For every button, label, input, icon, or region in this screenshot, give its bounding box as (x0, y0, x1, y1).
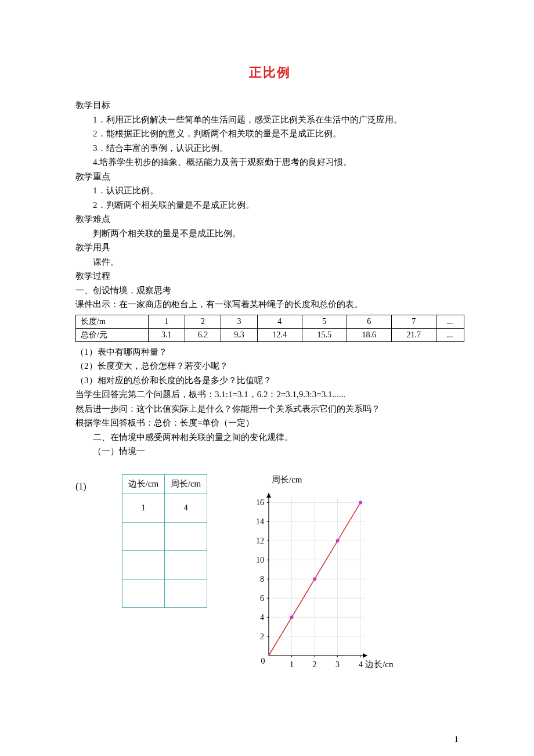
svg-text:2: 2 (313, 660, 317, 669)
part2-sub: （一）情境一 (75, 445, 464, 458)
svg-text:16: 16 (256, 498, 264, 507)
svg-text:周长/cm: 周长/cm (272, 475, 302, 484)
svg-text:边长/cm: 边长/cm (365, 660, 393, 669)
price-table: 长度/m 1 2 3 4 5 6 7 ... 总价/元 3.1 6.2 9.3 … (75, 315, 464, 342)
perimeter-chart: 24681012141612340周长/cm边长/cm (242, 470, 393, 679)
materials-text: 课件。 (75, 255, 464, 269)
table-cell: 3 (221, 315, 258, 328)
svg-marker-17 (363, 653, 367, 658)
svg-point-45 (290, 615, 294, 619)
difficulty-label: 教学难点 (75, 213, 464, 226)
svg-text:6: 6 (260, 594, 264, 603)
table-cell: ... (436, 315, 464, 328)
svg-marker-15 (266, 493, 271, 498)
table-cell: 21.7 (391, 328, 436, 341)
svg-point-47 (336, 539, 340, 542)
question-2: （2）长度变大，总价怎样？若变小呢？ (75, 359, 464, 373)
svg-text:4: 4 (260, 613, 264, 622)
table-cell: 2 (185, 315, 221, 328)
svg-point-48 (359, 501, 362, 504)
svg-point-46 (313, 577, 316, 581)
table-cell: 7 (391, 315, 436, 328)
perimeter-table: 边长/cm 周长/cm 1 4 (122, 474, 207, 608)
table-cell: 18.6 (347, 328, 391, 341)
table-cell (122, 579, 165, 607)
part2-heading: 二、在情境中感受两种相关联的量之间的变化规律。 (75, 431, 464, 444)
table-cell: 1 (148, 315, 185, 328)
objective-1: 1．利用正比例解决一些简单的生活问题，感受正比例关系在生活中的广泛应用。 (75, 113, 464, 127)
table-cell: 6 (347, 315, 391, 328)
objective-3: 3．结合丰富的事例，认识正比例。 (75, 142, 464, 155)
table-cell (165, 522, 207, 550)
table-cell (165, 550, 207, 579)
table-cell (165, 579, 207, 607)
table-cell: 12.4 (257, 328, 302, 341)
objective-4: 4.培养学生初步的抽象、概括能力及善于观察勤于思考的良好习惯。 (75, 156, 464, 169)
table-cell: ... (436, 328, 464, 341)
part1-heading: 一、创设情境，观察思考 (75, 284, 464, 297)
process-label: 教学过程 (75, 269, 464, 283)
table-cell: 总价/元 (76, 328, 149, 341)
page-title: 正比例 (75, 64, 464, 81)
table-cell: 5 (302, 315, 347, 328)
svg-text:8: 8 (260, 575, 264, 584)
question-1: （1）表中有哪两种量？ (75, 345, 464, 359)
svg-text:4: 4 (359, 660, 363, 669)
question-3: （3）相对应的总价和长度的比各是多少？比值呢？ (75, 374, 464, 387)
difficulty-text: 判断两个相关联的量是不是成正比例。 (75, 227, 464, 240)
table-cell: 4 (257, 315, 302, 328)
table-cell: 6.2 (185, 328, 221, 341)
part1-intro: 课件出示：在一家商店的柜台上，有一张写着某种绳子的长度和总价的表。 (75, 298, 464, 311)
followup-1: 当学生回答完第二个问题后，板书：3.1:1=3.1，6.2：2=3.1,9.3:… (75, 388, 464, 401)
table-header: 边长/cm (122, 474, 165, 494)
svg-text:12: 12 (256, 537, 264, 545)
svg-text:1: 1 (290, 660, 294, 669)
table-cell: 1 (122, 494, 165, 522)
keypoints-label: 教学重点 (75, 170, 464, 183)
table-cell (122, 550, 165, 579)
table-cell: 3.1 (148, 328, 185, 341)
svg-text:0: 0 (261, 657, 265, 665)
svg-text:3: 3 (335, 660, 340, 669)
keypoint-2: 2．判断两个相关联的量是不是成正比例。 (75, 199, 464, 212)
table-cell: 4 (165, 494, 207, 522)
keypoint-1: 1．认识正比例。 (75, 184, 464, 197)
objectives-label: 教学目标 (75, 99, 464, 112)
table-cell: 15.5 (302, 328, 347, 341)
objective-2: 2．能根据正比例的意义，判断两个相关联的量是不是成正比例。 (75, 127, 464, 141)
table-header: 周长/cm (165, 474, 207, 494)
svg-text:14: 14 (256, 517, 264, 526)
table-cell: 9.3 (221, 328, 258, 341)
table-cell: 长度/m (76, 315, 149, 328)
table-cell (122, 522, 165, 550)
svg-text:2: 2 (260, 632, 264, 641)
materials-label: 教学用具 (75, 241, 464, 254)
followup-3: 根据学生回答板书：总价：长度=单价（一定） (75, 416, 464, 430)
item-label: (1) (75, 470, 99, 492)
svg-text:10: 10 (256, 556, 264, 564)
followup-2: 然后进一步问：这个比值实际上是什么？你能用一个关系式表示它们的关系吗？ (75, 402, 464, 416)
